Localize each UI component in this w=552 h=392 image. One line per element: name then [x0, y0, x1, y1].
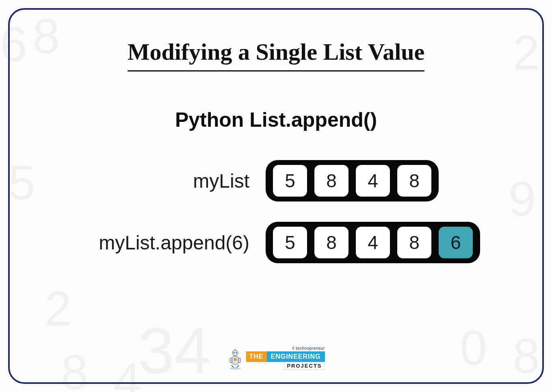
list-cell: 5 [273, 165, 307, 197]
row-label: myList [46, 170, 266, 192]
svg-point-0 [232, 350, 238, 356]
main-frame: Modifying a Single List Value Python Lis… [8, 8, 544, 384]
svg-rect-7 [229, 358, 232, 363]
logo-text: # technopreneur THE ENGINEERING PROJECTS [246, 346, 325, 370]
list-cell: 5 [273, 227, 307, 258]
list-cell: 4 [356, 165, 390, 197]
list-box: 5848 [266, 160, 439, 201]
page-title: Modifying a Single List Value [128, 38, 425, 71]
list-cell: 8 [397, 165, 431, 197]
footer-logo: # technopreneur THE ENGINEERING PROJECTS [227, 346, 325, 370]
list-row: myList.append(6)58486 [46, 222, 506, 263]
list-cell: 4 [356, 227, 390, 258]
svg-point-2 [236, 352, 237, 353]
list-box: 58486 [266, 222, 480, 263]
svg-point-9 [229, 367, 240, 370]
logo-the: THE [246, 351, 266, 362]
svg-rect-8 [238, 358, 240, 363]
list-row: myList5848 [46, 160, 506, 201]
list-cell: 8 [397, 227, 431, 258]
svg-point-6 [233, 358, 236, 361]
list-cell: 8 [314, 165, 349, 197]
content-area: Modifying a Single List Value Python Lis… [10, 10, 542, 382]
rows-container: myList5848myList.append(6)58486 [46, 160, 506, 263]
svg-point-4 [234, 349, 236, 350]
logo-tagline: # technopreneur [292, 346, 325, 351]
list-cell-highlight: 6 [439, 227, 473, 258]
row-label: myList.append(6) [46, 232, 266, 254]
robot-icon [227, 349, 242, 370]
subtitle: Python List.append() [46, 108, 506, 132]
title-wrap: Modifying a Single List Value [46, 38, 506, 71]
list-cell: 8 [314, 227, 349, 258]
logo-bars: THE ENGINEERING [246, 351, 325, 362]
logo-engineering: ENGINEERING [266, 351, 325, 362]
logo-projects: PROJECTS [284, 362, 325, 370]
svg-point-1 [233, 352, 234, 353]
